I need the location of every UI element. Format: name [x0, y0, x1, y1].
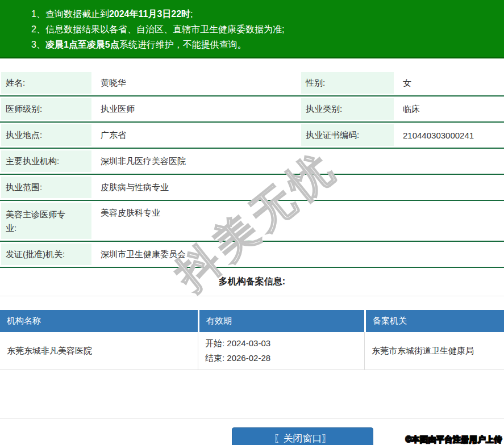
- scope-label: 执业范围:: [1, 182, 42, 193]
- name-value: 黄晓华: [93, 70, 300, 95]
- table-row-issuing-authority: 发证(批准)机关: 深圳市卫生健康委员会: [0, 242, 504, 268]
- table-row-level-category: 医师级别: 执业医师 执业类别: 临床: [0, 96, 504, 123]
- validity-start: 开始: 2024-03-03: [205, 336, 270, 351]
- filing-table: 机构名称 有效期 备案机关 东莞东城非凡美容医院 开始: 2024-03-03 …: [0, 310, 504, 370]
- location-label: 执业地点:: [1, 130, 42, 141]
- table-row-scope: 执业范围: 皮肤病与性病专业: [0, 175, 504, 201]
- filing-table-header: 机构名称 有效期 备案机关: [0, 310, 504, 332]
- category-label: 执业类别:: [301, 104, 342, 115]
- name-label-cell: 姓名:: [0, 70, 93, 95]
- close-window-button[interactable]: 〖关闭窗口〗: [232, 427, 373, 445]
- level-label-cell: 医师级别:: [0, 96, 93, 121]
- location-label-cell: 执业地点:: [0, 123, 93, 148]
- level-value: 执业医师: [93, 96, 300, 121]
- gender-label-cell: 性别:: [300, 70, 395, 95]
- category-value: 临床: [395, 96, 504, 121]
- copyright-watermark-text: ©本图由平台注册用户上传: [406, 435, 502, 445]
- table-row-cosmetic-specialty: 美容主诊医师专业: 美容皮肤科专业: [0, 201, 504, 242]
- table-row-main-institution: 主要执业机构: 深圳非凡医疗美容医院: [0, 149, 504, 175]
- filing-authority-cell: 东莞市东城街道卫生健康局: [364, 332, 504, 370]
- location-value: 广东省: [93, 123, 300, 148]
- doctor-info-table: 姓名: 黄晓华 性别: 女 医师级别: 执业医师 执业类别: 临床 执业地点: …: [0, 70, 504, 268]
- name-label: 姓名:: [1, 78, 25, 89]
- issuing-authority-value: 深圳市卫生健康委员会: [93, 242, 504, 267]
- table-row-location-certno: 执业地点: 广东省 执业证书编码: 210440303000241: [0, 123, 504, 149]
- validity-end: 结束: 2026-02-28: [205, 351, 270, 366]
- validity-cell: 开始: 2024-03-03 结束: 2026-02-28: [198, 332, 364, 370]
- column-header-authority: 备案机关: [364, 310, 504, 332]
- institution-name-cell: 东莞东城非凡美容医院: [0, 332, 198, 370]
- column-header-validity: 有效期: [198, 310, 364, 332]
- level-label: 医师级别:: [1, 104, 42, 115]
- category-label-cell: 执业类别:: [300, 96, 395, 121]
- gender-label: 性别:: [301, 78, 325, 89]
- scope-label-cell: 执业范围:: [0, 175, 93, 200]
- scope-value: 皮肤病与性病专业: [93, 175, 504, 200]
- certno-value: 210440303000241: [395, 123, 504, 148]
- section-title: 多机构备案信息:: [219, 276, 285, 288]
- certno-label-cell: 执业证书编码:: [300, 123, 395, 148]
- notice-line-2: 2、信息数据结果以各省、自治区、直辖市卫生健康委数据为准;: [31, 22, 504, 37]
- gender-value: 女: [395, 70, 504, 95]
- main-institution-value: 深圳非凡医疗美容医院: [93, 149, 504, 174]
- issuing-authority-label: 发证(批准)机关:: [1, 249, 65, 260]
- notice-banner: 1、查询数据截止到2024年11月3日22时; 2、信息数据结果以各省、自治区、…: [0, 0, 504, 58]
- main-institution-label-cell: 主要执业机构:: [0, 149, 93, 174]
- table-row-name-gender: 姓名: 黄晓华 性别: 女: [0, 70, 504, 96]
- cosmetic-specialty-label: 美容主诊医师专业:: [1, 203, 68, 235]
- cosmetic-specialty-label-cell: 美容主诊医师专业:: [0, 201, 93, 241]
- divider: [0, 418, 504, 419]
- cosmetic-specialty-value: 美容皮肤科专业: [93, 201, 504, 241]
- issuing-authority-label-cell: 发证(批准)机关:: [0, 242, 93, 267]
- notice-line-3: 3、凌晨1点至凌晨5点系统进行维护，不能提供查询。: [31, 37, 504, 52]
- filing-table-row: 东莞东城非凡美容医院 开始: 2024-03-03 结束: 2026-02-28…: [0, 332, 504, 370]
- column-header-institution: 机构名称: [0, 310, 198, 332]
- notice-line-1: 1、查询数据截止到2024年11月3日22时;: [31, 6, 504, 22]
- main-institution-label: 主要执业机构:: [1, 156, 59, 167]
- multi-institution-section-header: 多机构备案信息:: [0, 268, 504, 296]
- certno-label: 执业证书编码:: [301, 130, 359, 141]
